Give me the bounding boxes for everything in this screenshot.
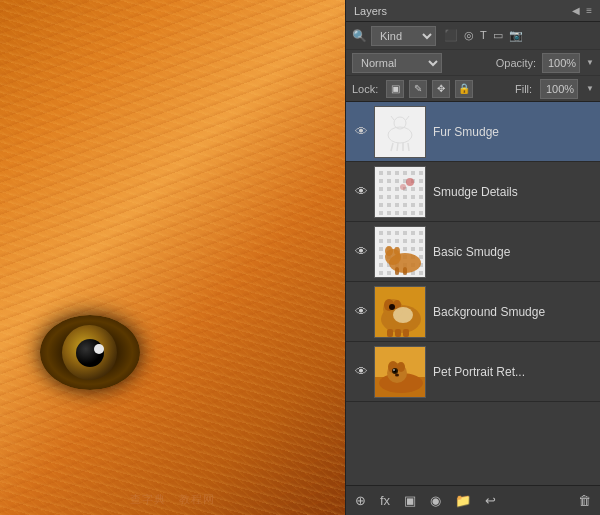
opacity-label: Opacity: (496, 57, 536, 69)
visibility-toggle[interactable]: 👁 (352, 363, 370, 381)
layer-thumbnail (374, 166, 426, 218)
svg-rect-38 (395, 329, 401, 337)
lock-icons: ▣ ✎ ✥ 🔒 (386, 80, 473, 98)
panel-controls: ◀ ≡ (572, 5, 592, 16)
lock-image-button[interactable]: ✎ (409, 80, 427, 98)
fill-arrow[interactable]: ▼ (586, 84, 594, 93)
panel-titlebar: Layers ◀ ≡ (346, 0, 600, 22)
layer-name: Smudge Details (433, 185, 594, 199)
layer-item[interactable]: 👁 (346, 222, 600, 282)
collapse-icon[interactable]: ◀ (572, 5, 580, 16)
fill-input[interactable] (540, 79, 578, 99)
layer-thumbnail (374, 226, 426, 278)
visibility-toggle[interactable]: 👁 (352, 183, 370, 201)
lock-label: Lock: (352, 83, 378, 95)
layer-item[interactable]: 👁 (346, 102, 600, 162)
panel-title: Layers (354, 5, 387, 17)
layer-mask-icon[interactable]: ▣ (401, 491, 419, 510)
eye-pupil (76, 339, 104, 367)
fill-label: Fill: (515, 83, 532, 95)
background-smudge-thumb (375, 287, 425, 337)
visibility-toggle[interactable]: 👁 (352, 243, 370, 261)
fur-smudge-thumb (375, 107, 425, 157)
svg-line-6 (397, 143, 398, 151)
basic-smudge-thumb (375, 227, 425, 277)
svg-point-49 (395, 373, 399, 376)
adjust-icon[interactable]: ◎ (464, 29, 474, 42)
svg-point-26 (394, 247, 400, 255)
layer-name: Pet Portrait Ret... (433, 365, 594, 379)
type-icon[interactable]: T (480, 29, 487, 42)
adjustment-layer-icon[interactable]: ◉ (427, 491, 444, 510)
menu-icon[interactable]: ≡ (586, 5, 592, 16)
svg-point-16 (400, 184, 406, 190)
pixel-icon[interactable]: ⬛ (444, 29, 458, 42)
kind-row: 🔍 Kind ⬛ ◎ T ▭ 📷 (346, 22, 600, 50)
svg-point-15 (406, 178, 414, 186)
link-layers-icon[interactable]: ⊕ (352, 491, 369, 510)
watermark: 查字典 教程网 (0, 492, 345, 507)
pet-portrait-thumb (375, 347, 425, 397)
lock-row: Lock: ▣ ✎ ✥ 🔒 Fill: ▼ (346, 76, 600, 102)
panel-toolbar: ⊕ fx ▣ ◉ 📁 ↩ 🗑 (346, 485, 600, 515)
visibility-toggle[interactable]: 👁 (352, 303, 370, 321)
svg-point-25 (385, 246, 393, 256)
layer-item[interactable]: 👁 (346, 342, 600, 402)
shape-icon[interactable]: ▭ (493, 29, 503, 42)
dog-eye-area (30, 295, 170, 435)
fur-texture (0, 0, 345, 515)
svg-rect-14 (375, 167, 425, 217)
svg-rect-39 (403, 329, 409, 337)
opacity-input[interactable] (542, 53, 580, 73)
layer-thumbnail (374, 106, 426, 158)
svg-point-48 (393, 369, 395, 371)
layer-name: Fur Smudge (433, 125, 594, 139)
svg-point-35 (389, 304, 395, 310)
layer-thumbnail (374, 346, 426, 398)
lock-pixel-button[interactable]: ▣ (386, 80, 404, 98)
smudge-details-thumb (375, 167, 425, 217)
svg-rect-27 (395, 267, 399, 275)
svg-rect-28 (403, 267, 407, 275)
smart-icon[interactable]: 📷 (509, 29, 523, 42)
layer-effects-icon[interactable]: fx (377, 491, 393, 510)
svg-line-8 (408, 143, 409, 151)
layer-thumbnail (374, 286, 426, 338)
blend-row: Normal Opacity: ▼ (346, 50, 600, 76)
eye-outer (40, 315, 140, 390)
eye-highlight (94, 344, 104, 354)
lock-position-button[interactable]: ✥ (432, 80, 450, 98)
opacity-arrow[interactable]: ▼ (586, 58, 594, 67)
layers-list[interactable]: 👁 (346, 102, 600, 485)
svg-rect-37 (387, 329, 393, 337)
search-icon: 🔍 (352, 29, 367, 43)
delete-layer-icon[interactable]: 🗑 (575, 491, 594, 510)
photo-background: 查字典 教程网 (0, 0, 345, 515)
new-layer-icon[interactable]: ↩ (482, 491, 499, 510)
layers-panel: Layers ◀ ≡ 🔍 Kind ⬛ ◎ T ▭ 📷 Normal Opaci… (345, 0, 600, 515)
svg-rect-0 (375, 107, 425, 157)
blend-mode-select[interactable]: Normal (352, 53, 442, 73)
svg-point-45 (397, 362, 405, 372)
visibility-toggle[interactable]: 👁 (352, 123, 370, 141)
kind-icons: ⬛ ◎ T ▭ 📷 (444, 29, 523, 42)
kind-select[interactable]: Kind (371, 26, 436, 46)
layer-item[interactable]: 👁 (346, 282, 600, 342)
lock-all-button[interactable]: 🔒 (455, 80, 473, 98)
layer-item[interactable]: 👁 (346, 162, 600, 222)
new-group-icon[interactable]: 📁 (452, 491, 474, 510)
svg-point-36 (393, 307, 413, 323)
layer-name: Basic Smudge (433, 245, 594, 259)
eye-iris (62, 325, 117, 380)
layer-name: Background Smudge (433, 305, 594, 319)
